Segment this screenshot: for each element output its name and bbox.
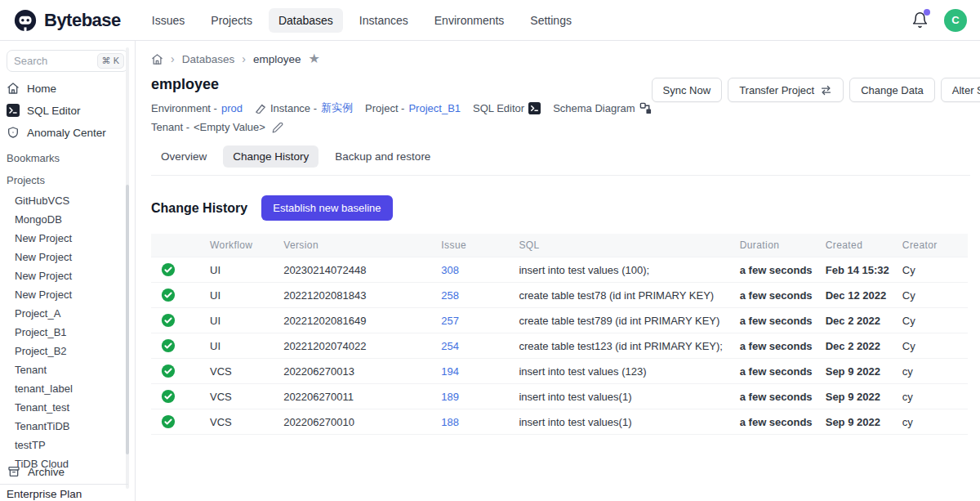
sidebar-project-item[interactable]: testTP	[0, 436, 135, 454]
cell-sql: insert into test values(1)	[512, 384, 733, 409]
issue-link[interactable]: 189	[441, 391, 459, 403]
sidebar-scrollbar-thumb[interactable]	[126, 185, 129, 454]
sidebar-project-item[interactable]: TenantTiDB	[0, 417, 135, 436]
sidebar-project-item[interactable]: Project_A	[0, 304, 135, 323]
bytebase-logo-icon	[13, 8, 38, 33]
bookmark-star-icon[interactable]: ★	[308, 52, 319, 65]
status-done-icon	[161, 313, 176, 328]
project-link[interactable]: Project_B1	[408, 102, 461, 114]
change-data-button[interactable]: Change Data	[849, 78, 935, 102]
cell-version: 202206270013	[277, 359, 434, 384]
sql-editor-shortcut[interactable]: SQL Editor	[473, 102, 541, 114]
main-content: › Databases › employee ★ employee Enviro…	[136, 41, 980, 501]
cell-version: 202206270011	[277, 384, 434, 409]
topnav-item[interactable]: Issues	[142, 8, 194, 33]
breadcrumb-databases-link[interactable]: Databases	[182, 53, 235, 65]
search-input[interactable]	[14, 55, 87, 67]
sidebar-project-item[interactable]: New Project	[0, 285, 135, 304]
change-history-row[interactable]: UI 20221202074022 254 create table test1…	[151, 333, 968, 359]
alter-schema-button[interactable]: Alter Schema	[941, 78, 980, 102]
issue-link[interactable]: 308	[441, 264, 459, 276]
topnav-item[interactable]: Environments	[425, 8, 514, 33]
cell-duration: a few seconds	[733, 409, 819, 435]
sidebar-project-item[interactable]: tenant_label	[0, 379, 135, 398]
schema-diagram-icon	[639, 102, 652, 114]
instance-link[interactable]: 新实例	[321, 101, 353, 115]
archive-icon	[7, 465, 20, 478]
breadcrumb-current: employee	[253, 53, 301, 65]
sidebar-item-anomaly-center[interactable]: Anomaly Center	[0, 123, 135, 142]
col-created: Created	[819, 234, 896, 257]
change-history-row[interactable]: UI 20230214072448 308 insert into test v…	[151, 257, 968, 283]
sidebar-item-archive[interactable]: Archive	[0, 462, 71, 481]
tab[interactable]: Backup and restore	[325, 145, 440, 168]
sidebar-project-item[interactable]: GitHubVCS	[0, 191, 135, 210]
change-history-row[interactable]: VCS 202206270011 189 insert into test va…	[151, 384, 968, 409]
cell-sql: insert into test values (123)	[512, 359, 733, 384]
status-done-icon	[161, 262, 176, 277]
search-box[interactable]: ⌘ K	[7, 50, 128, 72]
col-version: Version	[277, 234, 434, 257]
establish-baseline-button[interactable]: Establish new baseline	[261, 195, 392, 221]
change-history-row[interactable]: UI 20221202081649 257 create table test7…	[151, 308, 968, 333]
schema-diagram-shortcut[interactable]: Schema Diagram	[553, 102, 651, 114]
sidebar-project-item[interactable]: New Project	[0, 248, 135, 266]
issue-link[interactable]: 257	[441, 315, 459, 327]
cell-creator: Cy	[896, 308, 968, 333]
sidebar-project-item[interactable]: Project_B2	[0, 342, 135, 360]
top-bar: Bytebase Issues Projects Databases Insta…	[0, 0, 980, 41]
change-history-row[interactable]: UI 20221202081843 258 create table test7…	[151, 283, 968, 308]
tab[interactable]: Change History	[223, 145, 318, 168]
cell-version: 202206270010	[277, 409, 434, 435]
sidebar-project-item[interactable]: Tenant	[0, 360, 135, 379]
cell-workflow: UI	[203, 257, 277, 283]
terminal-icon	[7, 104, 20, 117]
notifications-button[interactable]	[910, 11, 929, 30]
col-status	[151, 234, 203, 257]
sidebar-project-item[interactable]: New Project	[0, 229, 135, 248]
change-history-row[interactable]: VCS 202206270010 188 insert into test va…	[151, 409, 968, 435]
breadcrumb-home-link[interactable]	[151, 53, 163, 65]
sidebar-project-item[interactable]: Project_B1	[0, 323, 135, 342]
tenant-label: Tenant -	[151, 121, 189, 133]
page-actions: Sync Now Transfer Project Change Data Al…	[652, 78, 980, 102]
cell-created: Feb 14 15:32	[819, 257, 896, 283]
pencil-edit-icon[interactable]	[272, 122, 283, 133]
sidebar-item-sql-editor[interactable]: SQL Editor	[0, 101, 135, 120]
cell-created: Dec 2 2022	[819, 333, 896, 359]
environment-link[interactable]: prod	[221, 102, 243, 114]
tab[interactable]: Overview	[151, 145, 216, 168]
change-history-table: Workflow Version Issue SQL Duration Crea…	[151, 234, 968, 435]
change-history-row[interactable]: VCS 202206270013 194 insert into test va…	[151, 359, 968, 384]
issue-link[interactable]: 188	[441, 416, 459, 428]
sidebar: ⌘ K Home SQL Editor A	[0, 41, 136, 501]
topnav-item[interactable]: Projects	[201, 8, 262, 33]
search-shortcut-badge: ⌘ K	[97, 53, 124, 69]
sync-now-button[interactable]: Sync Now	[652, 78, 723, 102]
col-sql: SQL	[512, 234, 733, 257]
sidebar-project-item[interactable]: New Project	[0, 266, 135, 285]
brand-logo[interactable]: Bytebase	[13, 8, 121, 33]
cell-workflow: UI	[203, 283, 277, 308]
terminal-icon	[528, 102, 541, 114]
cell-version: 20221202081649	[277, 308, 434, 333]
notification-badge-dot	[924, 9, 930, 16]
issue-link[interactable]: 254	[441, 340, 459, 352]
sidebar-project-item[interactable]: Tenant_test	[0, 398, 135, 417]
issue-link[interactable]: 194	[441, 365, 459, 378]
status-done-icon	[161, 288, 176, 302]
cell-sql: create table test123 (id int PRIMARY KEY…	[512, 333, 733, 359]
sidebar-item-home[interactable]: Home	[0, 78, 135, 98]
cell-sql: create table test789 (id int PRIMARY KEY…	[512, 308, 733, 333]
topnav-item[interactable]: Instances	[350, 8, 418, 33]
issue-link[interactable]: 258	[441, 289, 459, 302]
topnav-item[interactable]: Settings	[520, 8, 581, 33]
status-done-icon	[161, 389, 176, 404]
topnav-item[interactable]: Databases	[269, 8, 343, 33]
transfer-project-button[interactable]: Transfer Project	[728, 78, 844, 102]
avatar[interactable]: C	[944, 9, 967, 32]
sidebar-project-item[interactable]: MongoDB	[0, 210, 135, 229]
breadcrumb: › Databases › employee ★	[151, 52, 970, 65]
cell-created: Sep 9 2022	[819, 409, 896, 435]
environment-label: Environment -	[151, 102, 217, 114]
